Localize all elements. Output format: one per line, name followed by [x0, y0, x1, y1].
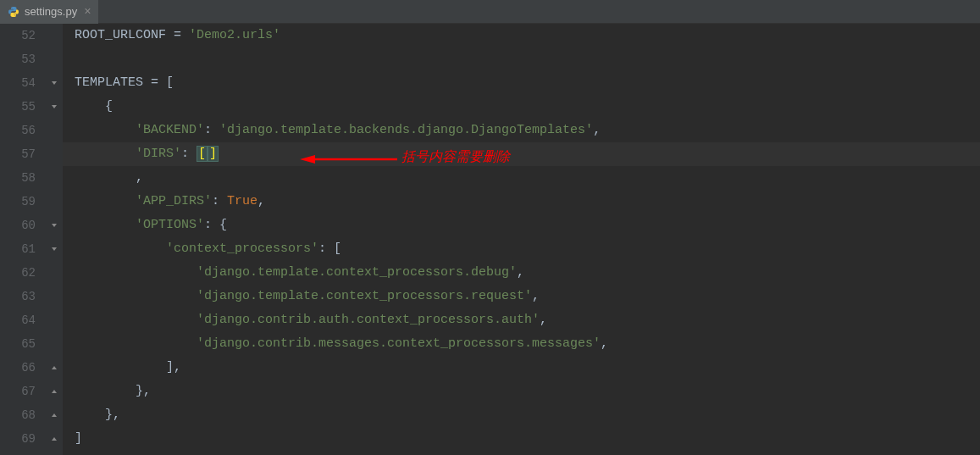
fold-open-icon[interactable]	[49, 220, 59, 230]
code-token: 'django.contrib.auth.context_processors.…	[197, 313, 540, 327]
code-line[interactable]: 'context_processors': [	[63, 237, 980, 261]
code-token: ]	[75, 431, 82, 446]
code-token: ,	[540, 313, 547, 327]
code-token: ROOT_URLCONF	[75, 28, 174, 42]
code-line[interactable]: ROOT_URLCONF = 'Demo2.urls'	[63, 24, 980, 47]
code-token: 'Demo2.urls'	[189, 28, 280, 42]
code-token: :	[181, 147, 197, 161]
annotation-text: 括号内容需要删除	[401, 145, 510, 169]
code-token: =	[151, 75, 166, 90]
code-token: ,	[517, 265, 524, 280]
code-token: ]	[208, 146, 219, 162]
line-number: 57	[0, 142, 36, 166]
code-token: }	[136, 384, 143, 398]
line-number: 55	[0, 95, 36, 119]
code-line[interactable]: TEMPLATES = [	[63, 71, 980, 95]
code-line[interactable]: },	[63, 380, 980, 403]
code-line[interactable]: 'django.contrib.auth.context_processors.…	[63, 308, 980, 332]
code-token: }	[105, 408, 113, 422]
code-token: 'django.contrib.messages.context_process…	[197, 336, 601, 351]
code-token: 'APP_DIRS'	[136, 194, 212, 208]
code-token: {	[219, 218, 227, 232]
code-token: [	[166, 75, 174, 90]
code-token: [	[334, 241, 341, 256]
code-token: True	[227, 194, 257, 208]
code-token: {	[105, 99, 113, 114]
close-icon[interactable]: ×	[84, 5, 91, 19]
tab-filename: settings.py	[25, 5, 77, 18]
fold-open-icon[interactable]	[49, 78, 59, 88]
code-token: :	[204, 218, 219, 232]
python-file-icon	[7, 5, 20, 19]
code-token: ,	[593, 123, 601, 137]
code-token: ,	[113, 408, 120, 422]
line-number: 69	[0, 427, 36, 451]
fold-close-icon[interactable]	[49, 386, 59, 397]
code-token: =	[174, 28, 189, 42]
line-number: 67	[0, 380, 36, 403]
line-number: 54	[0, 71, 36, 95]
line-number: 65	[0, 332, 36, 356]
code-token: ,	[174, 360, 181, 375]
code-token: 'OPTIONS'	[136, 218, 204, 232]
code-line[interactable]: 'django.template.context_processors.requ…	[63, 285, 980, 308]
line-number-gutter: 525354555657585960616263646566676869	[0, 24, 47, 455]
code-line[interactable]: 'APP_DIRS': True,	[63, 190, 980, 214]
code-token: ]	[166, 360, 174, 375]
code-line[interactable]: 'OPTIONS': {	[63, 214, 980, 237]
fold-close-icon[interactable]	[49, 363, 59, 373]
line-number: 52	[0, 24, 36, 47]
line-number: 58	[0, 166, 36, 190]
code-line[interactable]: ]	[63, 427, 980, 451]
code-token: ,	[257, 194, 265, 208]
code-token: 'context_processors'	[166, 241, 318, 256]
code-line[interactable]: 'DIRS': []括号内容需要删除	[63, 142, 980, 166]
svg-marker-1	[300, 155, 315, 164]
line-number: 63	[0, 285, 36, 308]
code-token: :	[204, 123, 219, 137]
code-token: 'django.template.backends.django.DjangoT…	[219, 123, 593, 137]
fold-close-icon[interactable]	[49, 410, 59, 420]
code-line[interactable]: 'BACKEND': 'django.template.backends.dja…	[63, 119, 980, 142]
line-number: 61	[0, 237, 36, 261]
fold-open-icon[interactable]	[49, 244, 59, 254]
fold-close-icon[interactable]	[49, 434, 59, 444]
line-number: 53	[0, 47, 36, 71]
code-line[interactable]: {	[63, 95, 980, 119]
code-token: :	[318, 241, 334, 256]
line-number: 62	[0, 261, 36, 285]
code-token: 'DIRS'	[136, 147, 181, 161]
code-token: :	[212, 194, 227, 208]
code-token: 'BACKEND'	[136, 123, 204, 137]
line-number: 64	[0, 308, 36, 332]
code-token: 'django.template.context_processors.requ…	[197, 289, 532, 303]
line-number: 59	[0, 190, 36, 214]
tab-bar: settings.py ×	[0, 0, 980, 24]
line-number: 66	[0, 356, 36, 380]
code-area[interactable]: ROOT_URLCONF = 'Demo2.urls'TEMPLATES = […	[63, 24, 980, 455]
code-token: ,	[143, 384, 151, 398]
line-number: 60	[0, 214, 36, 237]
code-editor[interactable]: 525354555657585960616263646566676869 ROO…	[0, 24, 980, 455]
fold-gutter	[47, 24, 63, 455]
code-token: ,	[601, 336, 608, 351]
code-token: ,	[136, 170, 143, 185]
code-token: [	[197, 146, 208, 162]
code-line[interactable]: ],	[63, 356, 980, 380]
code-token: 'django.template.context_processors.debu…	[197, 265, 517, 280]
code-line[interactable]: 'django.template.context_processors.debu…	[63, 261, 980, 285]
fold-open-icon[interactable]	[49, 102, 59, 112]
line-number: 68	[0, 403, 36, 427]
code-line[interactable]	[63, 47, 980, 71]
code-token: TEMPLATES	[75, 75, 151, 90]
file-tab[interactable]: settings.py ×	[0, 0, 98, 24]
code-token: ,	[532, 289, 540, 303]
code-line[interactable]: ,	[63, 166, 980, 190]
code-line[interactable]: },	[63, 403, 980, 427]
line-number: 56	[0, 119, 36, 142]
code-line[interactable]: 'django.contrib.messages.context_process…	[63, 332, 980, 356]
